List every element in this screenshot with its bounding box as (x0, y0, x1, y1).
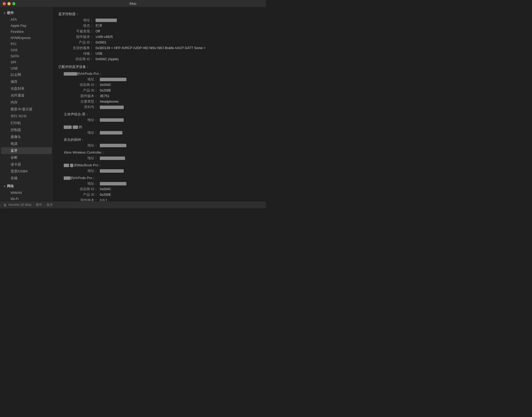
info-row: 次要类型：Headphones (68, 99, 261, 104)
info-label: 地址： (64, 18, 96, 23)
info-row: 产品 ID：0x0001 (64, 40, 261, 45)
sidebar-item-firewire[interactable]: FireWire (1, 29, 52, 35)
info-value (96, 18, 117, 23)
info-row: 地址： (68, 155, 261, 161)
sidebar-item-graphics[interactable]: 图形卡/显示器 (1, 106, 52, 113)
info-value: 打开 (96, 23, 102, 28)
info-value (100, 155, 125, 161)
info-label: 序列号： (68, 105, 100, 110)
sidebar-item-wwan[interactable]: WWAN (1, 190, 52, 196)
statusbar: 🖥 Kenshin 的 iMac › 硬件 › 蓝牙 (0, 201, 266, 209)
info-value: 0x004C (Apple) (96, 57, 119, 62)
device-section-0: 的AirPods Pro：地址：供应商 ID：0x004C产品 ID：0x200… (64, 71, 261, 110)
paired-devices-header: 已配对的蓝牙设备： (58, 64, 261, 69)
sidebar-item-wifi[interactable]: Wi-Fi (1, 196, 52, 201)
info-label: 地址： (68, 181, 100, 186)
device-title-4: Xbox Wireless Controller： (64, 150, 261, 155)
sidebar-item-parallel[interactable]: 并行 SCSI (1, 113, 52, 120)
sidebar-item-camera[interactable]: 摄像头 (1, 133, 52, 140)
sidebar-item-controller[interactable]: 控制器 (1, 127, 52, 133)
device-rows-6: 地址：供应商 ID：0x004C产品 ID：0x200E固件版本：0.0.1次要… (68, 181, 261, 201)
sidebar-item-spi[interactable]: SPI (1, 59, 52, 65)
info-value: Headphones (100, 99, 119, 104)
main-container: ▼硬件ATAApple PayFireWireNVMExpressPCISASS… (0, 7, 266, 201)
close-button[interactable] (3, 2, 6, 5)
content-area: 蓝牙控制器：地址：状态：打开可被发现：Off固件版本：v169 c4825产品 … (53, 7, 266, 201)
info-row: 供应商 ID：0x004C (68, 82, 261, 88)
device-rows-3: 地址： (68, 143, 261, 148)
info-label: 供应商 ID： (68, 186, 100, 192)
sidebar-item-storage[interactable]: 储存 (1, 78, 52, 85)
info-label: 固件版本： (68, 198, 100, 201)
device-title-0: 的AirPods Pro： (64, 71, 261, 76)
info-label: 地址： (68, 77, 100, 82)
device-title-5: 的MacBook Pro： (64, 163, 261, 168)
info-value: 3E751 (100, 93, 109, 99)
info-label: 地址： (68, 130, 100, 135)
info-value: 0x200E (100, 192, 111, 197)
sidebar-item-optical[interactable]: 光盘刻录 (1, 85, 52, 92)
breadcrumb-sep-2: › (44, 203, 45, 207)
sidebar-item-audio[interactable]: 音频 (1, 175, 52, 182)
device-section-4: Xbox Wireless Controller：地址： (64, 150, 261, 161)
sidebar-section-hardware: ▼硬件ATAApple PayFireWireNVMExpressPCISASS… (0, 10, 53, 182)
sidebar-item-sata[interactable]: SATA (1, 53, 52, 59)
info-label: 地址： (68, 155, 100, 161)
sidebar-item-diagnostics[interactable]: 诊断 (1, 154, 52, 161)
info-label: 次要类型： (68, 99, 100, 104)
sidebar-item-nvmexpress[interactable]: NVMExpress (1, 35, 52, 41)
info-label: 可被发现： (64, 29, 96, 34)
controller-header: 蓝牙控制器： (58, 12, 261, 16)
info-row: 固件版本：0.0.1 (68, 198, 261, 201)
sidebar-item-usb[interactable]: USB (1, 65, 52, 71)
info-label: 产品 ID： (68, 88, 100, 93)
device-rows-5: 地址： (68, 168, 261, 173)
device-section-6: 的AirPods Pro：地址：供应商 ID：0x004C产品 ID：0x200… (64, 176, 261, 201)
sidebar-group-hardware[interactable]: ▼硬件 (0, 10, 53, 16)
sidebar-item-printer[interactable]: 打印机 (1, 120, 52, 127)
device-section-1: 立体声组合-黑：地址： (64, 112, 261, 123)
info-row: 地址： (68, 77, 261, 82)
device-rows-1: 地址： (68, 117, 261, 123)
info-row: 地址： (68, 143, 261, 148)
sidebar-section-network: ▼网络WWANWi-Fi位置宗卷防火墙 (0, 183, 53, 201)
statusbar-icon: 🖥 (3, 203, 7, 207)
window-controls (3, 2, 15, 5)
info-row: 状态：打开 (64, 23, 261, 28)
info-row: 供应商 ID：0x004C (68, 186, 261, 192)
info-row: 支持的服务：0x383139 < HFP AVRCP A2DP HID NtSv… (64, 45, 261, 51)
info-label: 固件版本： (64, 34, 96, 40)
minimize-button[interactable] (7, 2, 11, 5)
info-row: 产品 ID：0x200E (68, 192, 261, 197)
info-row: 序列号： (68, 105, 261, 110)
info-label: 供应商 ID： (68, 82, 100, 88)
sidebar-item-cardreader[interactable]: 读卡器 (1, 161, 52, 168)
sidebar-item-sas[interactable]: SAS (1, 47, 52, 53)
info-row: 供应商 ID：0x004C (Apple) (64, 57, 261, 62)
info-value (100, 105, 124, 110)
statusbar-computer: Kenshin 的 iMac (8, 203, 32, 207)
device-title-1: 立体声组合-黑： (64, 112, 261, 117)
info-row: 地址： (68, 130, 261, 135)
info-value: 0x004C (100, 82, 111, 88)
info-value (100, 143, 126, 148)
sidebar-item-ata[interactable]: ATA (1, 16, 52, 23)
sidebar-item-power[interactable]: 电源 (1, 140, 52, 147)
sidebar-item-memory[interactable]: 内存 (1, 99, 52, 106)
info-row: 地址： (68, 117, 261, 123)
info-label: 固件版本： (68, 93, 100, 99)
sidebar-item-bluetooth[interactable]: 蓝牙 (1, 147, 52, 154)
sidebar-item-ethernet[interactable]: 以太网 (1, 71, 52, 78)
sidebar-item-pci[interactable]: PCI (1, 41, 52, 47)
device-title-3: 床头的闹钟： (64, 137, 261, 142)
sidebar-item-fiber[interactable]: 光纤通道 (1, 92, 52, 99)
maximize-button[interactable] (12, 2, 15, 5)
breadcrumb-hardware: 硬件 (36, 203, 42, 207)
sidebar-item-applepay[interactable]: Apple Pay (1, 23, 52, 29)
info-row: 固件版本：3E751 (68, 93, 261, 99)
window-title: iMac (129, 2, 136, 6)
sidebar-item-thunderbolt[interactable]: 雷雳/USB4 (1, 168, 52, 175)
device-rows-0: 地址：供应商 ID：0x004C产品 ID：0x200E固件版本：3E751次要… (68, 77, 261, 110)
info-value (100, 77, 126, 82)
sidebar-group-network[interactable]: ▼网络 (0, 183, 53, 190)
